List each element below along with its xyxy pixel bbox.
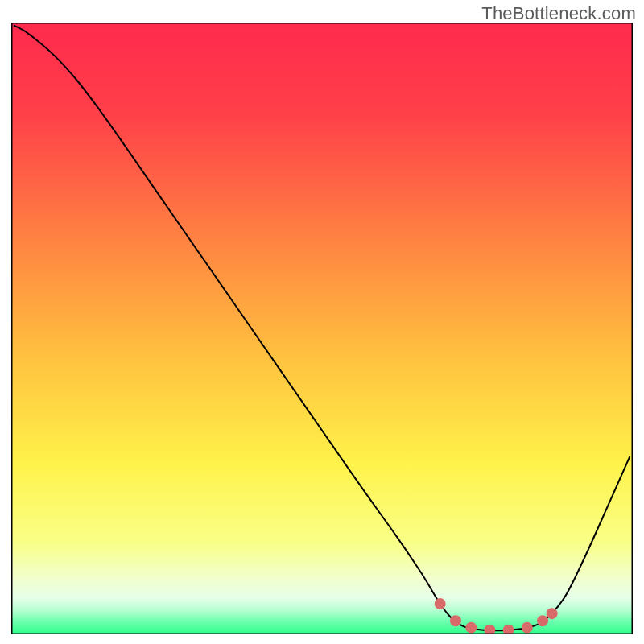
chart-frame: TheBottleneck.com [0,0,644,644]
optimal-dot [537,615,548,626]
optimal-dot [465,622,477,634]
watermark-text: TheBottleneck.com [481,3,636,24]
optimal-dot [522,622,533,634]
bottleneck-chart [11,23,633,634]
optimal-dot [547,608,558,619]
optimal-dot [450,615,461,626]
chart-background [11,23,633,634]
optimal-dot [435,598,446,609]
